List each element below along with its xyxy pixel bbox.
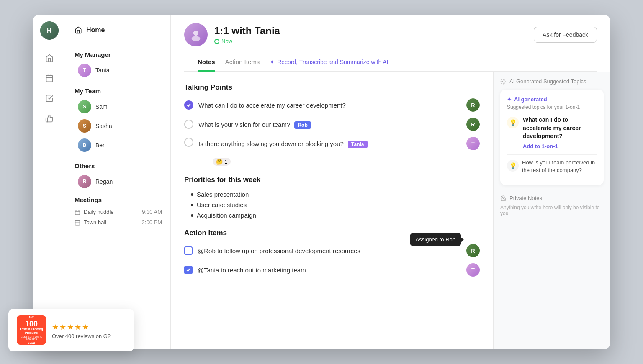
notes-area: Talking Points What can I do to accelera… (171, 72, 610, 349)
tania-tag: Tania (348, 141, 367, 148)
ai-generated-label: ✦ AI generated (507, 96, 597, 103)
meetings-title: Meetings (75, 196, 162, 203)
priorities-section: Priorities for this week Sales presentat… (184, 176, 480, 219)
tania-name: Tania (95, 67, 109, 74)
sam-avatar: S (78, 100, 91, 113)
tab-notes[interactable]: Notes (198, 53, 215, 72)
private-notes-section: Private Notes Anything you write here wi… (500, 190, 604, 216)
regan-avatar: R (78, 175, 91, 188)
my-team-section: My Team (66, 84, 170, 97)
sidebar-home[interactable]: Home (66, 23, 170, 41)
talking-points-section: Talking Points What can I do to accelera… (184, 83, 480, 166)
ben-name: Ben (95, 142, 106, 149)
home-nav-icon[interactable] (41, 50, 58, 67)
private-notes-hint: Anything you write here will only be vis… (500, 205, 604, 216)
right-panel: AI Generated Suggested Topics ✦ AI gener… (493, 72, 610, 349)
action-text-2: @Tania to reach out to marketing team (198, 267, 461, 274)
g2-year: 2022 (28, 341, 35, 345)
action-avatar-2: T (466, 263, 480, 277)
g2-logo: G2 100 Fastest Growing Products BEST SOF… (17, 315, 46, 345)
lightbulb-icon: 💡 (507, 117, 519, 128)
reaction-emoji: 🤔 (216, 159, 223, 165)
my-manager-section: My Manager (66, 48, 170, 61)
star-2: ★ (59, 323, 66, 332)
meeting-town-hall[interactable]: Town hall 2:00 PM (75, 217, 162, 228)
g2-reviews-text: Over 400 reviews on G2 (52, 333, 111, 339)
rob-tag: Rob (294, 121, 311, 129)
sidebar-person-sam[interactable]: S Sam (69, 97, 167, 116)
tp-checkbox-3[interactable] (184, 138, 193, 147)
talking-points-title: Talking Points (184, 83, 480, 92)
ai-sparkle-icon: ✦ (507, 96, 512, 103)
action-items-title: Action Items (184, 229, 227, 237)
tp-checkbox-1[interactable] (184, 100, 193, 110)
sidebar-person-ben[interactable]: B Ben (69, 136, 167, 155)
now-dot (214, 39, 219, 44)
meeting-info: 1:1 with Tania Now (214, 25, 280, 44)
tab-action-items[interactable]: Action Items (225, 53, 260, 72)
action-items-header: Action Items Assigned to Rob (184, 229, 480, 244)
suggested-topic-content: What can I do to accelerate my career de… (523, 116, 597, 149)
ben-avatar: B (78, 138, 91, 152)
priority-text-3: Acquisition campaign (197, 212, 256, 219)
tp-avatar-2: R (466, 118, 480, 131)
meetings-section: Meetings Daily huddle 9:30 AM Town hall … (66, 196, 170, 228)
meeting-title-area: 1:1 with Tania Now (184, 23, 280, 46)
sidebar-person-regan[interactable]: R Regan (69, 172, 167, 191)
sam-name: Sam (95, 103, 108, 110)
meeting-status: Now (214, 38, 280, 44)
g2-fastest: Fastest Growing Products (19, 328, 44, 335)
svg-rect-0 (46, 75, 52, 82)
main-content: 1:1 with Tania Now Ask for Feedback Note… (171, 15, 610, 349)
suggested-topic-primary: 💡 What can I do to accelerate my career … (507, 116, 597, 149)
tp-checkbox-2[interactable] (184, 120, 193, 129)
tp-avatar-1: R (466, 98, 480, 112)
ai-panel-header: AI Generated Suggested Topics (500, 78, 604, 85)
meeting-person-avatar (184, 23, 208, 46)
priority-item-3: Acquisition campaign (191, 212, 480, 219)
action-checkbox-1[interactable] (184, 246, 193, 255)
star-3: ★ (67, 323, 74, 332)
g2-badge: G2 100 Fastest Growing Products BEST SOF… (8, 309, 134, 351)
tasks-nav-icon[interactable] (41, 90, 58, 107)
left-nav: R (33, 15, 66, 349)
reaction-count: 1 (224, 159, 227, 165)
svg-point-14 (502, 81, 504, 82)
tania-avatar: T (78, 64, 91, 77)
priority-dot-3 (191, 214, 193, 217)
g2-info: ★ ★ ★ ★ ★ Over 400 reviews on G2 (52, 321, 111, 339)
action-text-1: @Rob to follow up on professional develo… (198, 247, 461, 254)
talking-point-1: What can I do to accelerate my career de… (184, 98, 480, 112)
ai-subtitle: Suggested topics for your 1-on-1 (507, 104, 597, 110)
user-avatar[interactable]: R (40, 21, 59, 40)
add-to-1on1-link[interactable]: Add to 1-on-1 (523, 143, 597, 149)
meeting-title: 1:1 with Tania (214, 25, 280, 37)
daily-huddle-time: 9:30 AM (142, 209, 162, 215)
assigned-tooltip: Assigned to Rob (410, 233, 461, 246)
g2-label: G2 (29, 315, 34, 319)
svg-point-13 (192, 36, 200, 41)
star-4: ★ (75, 323, 81, 332)
meeting-daily-huddle[interactable]: Daily huddle 9:30 AM (75, 207, 162, 217)
ask-feedback-button[interactable]: Ask for Feedback (534, 27, 597, 43)
feedback-nav-icon[interactable] (41, 110, 58, 127)
sidebar-person-sasha[interactable]: S Sasha (69, 116, 167, 136)
priorities-title: Priorities for this week (184, 176, 480, 184)
action-checkbox-2[interactable] (184, 266, 193, 274)
priority-text-2: User case studies (197, 201, 247, 208)
priority-list: Sales presentation User case studies Acq… (191, 191, 480, 219)
tp-text-2: What is your vision for our team? Rob (198, 121, 461, 128)
talking-point-2: What is your vision for our team? Rob R (184, 118, 480, 131)
calendar-nav-icon[interactable] (41, 70, 58, 87)
star-half: ★ (82, 323, 89, 332)
tp-text-3: Is there anything slowing you down or bl… (198, 140, 461, 147)
sasha-name: Sasha (95, 123, 112, 129)
g2-top-100: 100 (25, 320, 38, 328)
star-1: ★ (52, 323, 59, 332)
ai-header-text: AI Generated Suggested Topics (509, 78, 586, 85)
sidebar-person-tania[interactable]: T Tania (69, 61, 167, 80)
tab-ai-record[interactable]: ✦ Record, Transcribe and Summarize with … (270, 54, 388, 70)
emoji-reaction[interactable]: 🤔 1 (213, 158, 231, 166)
now-text: Now (221, 38, 232, 44)
town-hall-time: 2:00 PM (142, 219, 162, 226)
